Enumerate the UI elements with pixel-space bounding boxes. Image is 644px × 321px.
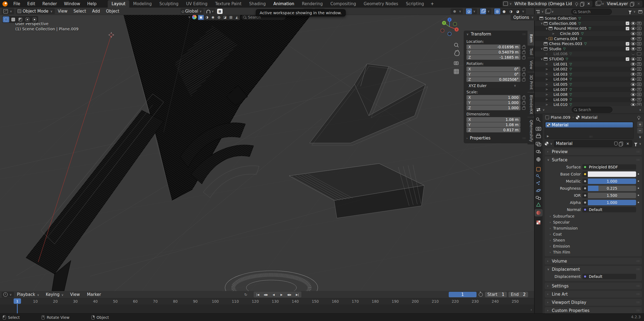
hide-eye-toggle[interactable] bbox=[631, 78, 636, 81]
topbar-menu[interactable]: Render bbox=[39, 0, 60, 8]
shader-property-input[interactable]: Principled BSDF bbox=[582, 164, 636, 170]
include-checkbox[interactable]: ✓ bbox=[626, 27, 629, 30]
outliner-row[interactable]: > Lid.006 ▽ ✓ bbox=[534, 51, 644, 57]
scale-field[interactable]: X1.000 bbox=[466, 95, 520, 100]
workspace-tab[interactable]: Rendering bbox=[298, 0, 327, 8]
dimension-field[interactable]: Z0.817 m bbox=[466, 127, 520, 132]
timeline-channels[interactable] bbox=[0, 305, 534, 313]
npanel-tab[interactable]: 3D Print bbox=[528, 72, 534, 92]
collapsed-panel-header[interactable]: ›Line Art∷∷ bbox=[545, 291, 642, 298]
render-camera-toggle[interactable] bbox=[637, 63, 641, 66]
shader-property-input[interactable]: Default bbox=[582, 207, 636, 212]
outliner-row[interactable]: > Lid.008 ▽ ✓ bbox=[534, 92, 644, 97]
displacement-panel-header[interactable]: ∨Displacement∷∷ bbox=[545, 266, 642, 273]
chevron-down-icon[interactable]: ∨ bbox=[188, 15, 190, 19]
blenderkit-tool-filter[interactable]: ◭ bbox=[234, 14, 240, 20]
wireframe-slab[interactable] bbox=[289, 164, 424, 218]
shader-subpanel-header[interactable]: ›Thin Film bbox=[545, 249, 642, 255]
workspace-tab[interactable]: UV Editing bbox=[182, 0, 211, 8]
outliner-row[interactable]: > Lid.001 ▽ ✓ bbox=[534, 61, 644, 67]
expander-icon[interactable]: > bbox=[545, 98, 549, 101]
lock-icon[interactable] bbox=[522, 97, 525, 99]
outliner-row[interactable]: > Lid.009 ▽ ✓ bbox=[534, 97, 644, 102]
render-camera-toggle[interactable] bbox=[637, 22, 641, 25]
location-field[interactable]: Z-1.1685 m bbox=[466, 55, 520, 60]
animate-dot-icon[interactable] bbox=[638, 188, 639, 189]
viewport-menu[interactable]: Add bbox=[89, 9, 103, 14]
viewport-menu[interactable]: Object bbox=[103, 9, 122, 14]
sync-icon[interactable]: ↻ bbox=[244, 293, 247, 296]
expander-icon[interactable]: ∨ bbox=[540, 47, 544, 50]
render-camera-toggle[interactable] bbox=[637, 93, 641, 96]
hide-eye-toggle[interactable] bbox=[631, 42, 636, 45]
viewport-menu[interactable]: View bbox=[55, 9, 71, 14]
shader-subpanel-header[interactable]: ›Transmission bbox=[545, 225, 642, 231]
include-checkbox[interactable]: ✓ bbox=[626, 22, 629, 25]
hide-eye-toggle[interactable] bbox=[631, 88, 636, 91]
workspace-tab[interactable]: Texture Paint bbox=[211, 0, 245, 8]
workspace-tab[interactable]: Compositing bbox=[327, 0, 360, 8]
expander-icon[interactable]: > bbox=[545, 93, 549, 96]
expander-icon[interactable]: ∨ bbox=[540, 22, 544, 25]
current-frame-field[interactable]: 1 bbox=[449, 292, 477, 297]
transform-panel-header[interactable]: ∨Transform∷∷ bbox=[464, 31, 528, 38]
render-camera-toggle[interactable] bbox=[637, 52, 641, 55]
expander-icon[interactable]: > bbox=[545, 103, 549, 106]
expander-icon[interactable]: > bbox=[545, 83, 549, 86]
timeline-menu[interactable]: Marker bbox=[84, 292, 105, 297]
preview-range-icon[interactable] bbox=[479, 293, 483, 297]
hide-eye-toggle[interactable] bbox=[631, 93, 636, 96]
breadcrumb-material[interactable]: Material bbox=[581, 115, 597, 120]
workspace-tab[interactable]: Layout bbox=[108, 0, 129, 8]
editor-type-selector[interactable]: ∨ bbox=[2, 8, 14, 14]
shading-material-button[interactable]: ◑ bbox=[508, 8, 514, 14]
volume-panel-header[interactable]: ›Volume∷∷ bbox=[545, 258, 642, 264]
preview-panel-header[interactable]: ›Preview∷∷ bbox=[545, 148, 642, 155]
render-camera-toggle[interactable] bbox=[637, 88, 641, 91]
scale-field[interactable]: Y1.000 bbox=[466, 100, 520, 105]
expander-icon[interactable]: > bbox=[545, 37, 549, 40]
blenderkit-logo-icon[interactable] bbox=[192, 15, 197, 19]
npanel-tab[interactable]: QRemeshify bbox=[528, 117, 534, 144]
select-mode-set[interactable] bbox=[3, 16, 9, 22]
outliner-search-input[interactable] bbox=[571, 9, 612, 15]
blenderkit-fluid-filter[interactable]: ◉ bbox=[210, 14, 216, 20]
slot-menu-chevron[interactable]: ∨ bbox=[637, 134, 643, 140]
lock-icon[interactable] bbox=[522, 57, 525, 59]
expander-icon[interactable]: > bbox=[545, 62, 549, 66]
wireframe-band-left[interactable] bbox=[26, 94, 164, 291]
blenderkit-nodegroup-filter[interactable]: ▤ bbox=[228, 14, 234, 20]
new-scene-icon[interactable] bbox=[581, 2, 584, 6]
topbar-menu[interactable]: Window bbox=[61, 0, 84, 8]
timeline-ruler[interactable]: 1020304050607080901001101201301401501601… bbox=[0, 298, 534, 305]
xray-icon[interactable] bbox=[480, 8, 486, 14]
shader-property-input[interactable]: 1.500 bbox=[582, 193, 636, 198]
jump-to-start-button[interactable]: |◀ bbox=[254, 292, 262, 297]
viewlayer-selector[interactable]: ∨ ViewLayer ✕ bbox=[595, 1, 642, 7]
shader-property-input[interactable] bbox=[582, 171, 636, 177]
outliner-row[interactable]: > Camera.004 ▽ ✓ bbox=[534, 36, 644, 41]
close-icon[interactable]: ✕ bbox=[586, 2, 591, 6]
add-workspace-button[interactable]: + bbox=[428, 0, 437, 8]
animate-dot-icon[interactable] bbox=[638, 195, 639, 196]
material-name-field[interactable]: Material ✕ bbox=[554, 140, 632, 147]
outliner-row[interactable]: ∨ Collection.006 ▽ ✓ bbox=[534, 21, 644, 26]
hide-eye-toggle[interactable] bbox=[631, 37, 636, 40]
hide-eye-toggle[interactable] bbox=[631, 67, 636, 71]
render-camera-toggle[interactable] bbox=[637, 32, 641, 35]
collapsed-panel-header[interactable]: ›Viewport Display∷∷ bbox=[545, 299, 642, 306]
render-camera-toggle[interactable] bbox=[637, 42, 641, 45]
fake-user-icon[interactable] bbox=[614, 142, 618, 145]
workspace-tab[interactable]: Modeling bbox=[129, 0, 155, 8]
unlink-icon[interactable]: ✕ bbox=[625, 142, 630, 146]
include-checkbox[interactable]: ✓ bbox=[626, 42, 629, 46]
blender-logo-icon[interactable] bbox=[2, 1, 8, 7]
workspace-tab[interactable]: Geometry Nodes bbox=[360, 0, 402, 8]
close-icon[interactable]: ✕ bbox=[636, 2, 641, 6]
filter-icon[interactable] bbox=[634, 143, 637, 145]
viewport[interactable]: User Perspective (1) Scene Collection | … bbox=[0, 15, 534, 291]
expander-icon[interactable]: ∨ bbox=[540, 57, 544, 61]
material-slot-list[interactable]: Material ▶ ∷∷ bbox=[545, 121, 634, 139]
outliner-row[interactable]: > Lid.004 ▽ ✓ bbox=[534, 77, 644, 82]
play-reverse-button[interactable]: ◀ bbox=[270, 292, 277, 297]
